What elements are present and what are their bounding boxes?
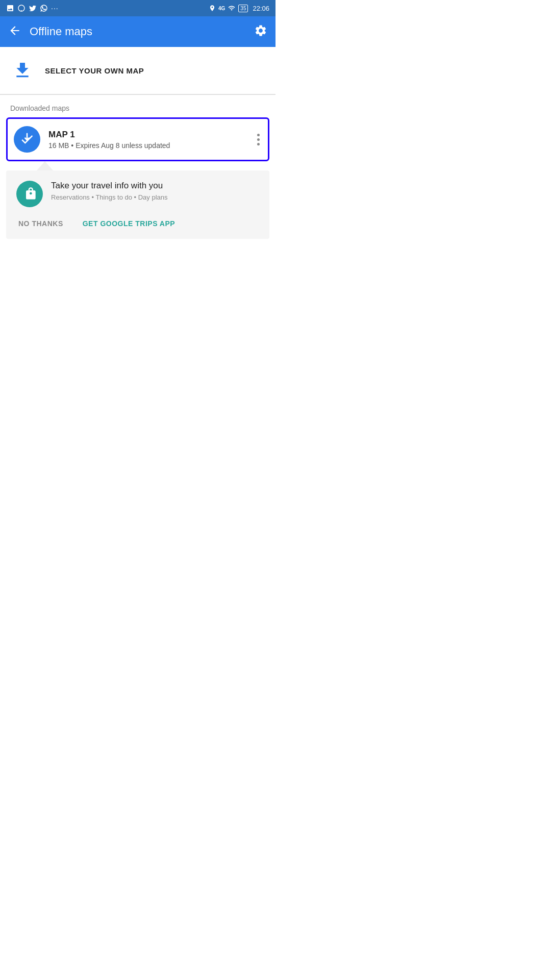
network-badge: 4G <box>218 6 225 11</box>
back-button[interactable] <box>8 24 21 39</box>
messenger-icon <box>17 4 26 12</box>
select-map-label: SELECT YOUR OWN MAP <box>45 66 144 75</box>
dot2 <box>257 138 260 141</box>
downloaded-maps-section-label: Downloaded maps <box>0 95 276 117</box>
dot1 <box>257 134 260 136</box>
dots-icon: ··· <box>51 4 59 12</box>
tooltip-actions: NO THANKS GET GOOGLE TRIPS APP <box>16 216 259 231</box>
no-thanks-button[interactable]: NO THANKS <box>16 216 65 231</box>
tooltip-top: Take your travel info with you Reservati… <box>16 181 259 207</box>
time-display: 22:06 <box>253 5 269 12</box>
download-map-icon <box>10 58 35 83</box>
trips-icon <box>16 181 43 207</box>
main-content: SELECT YOUR OWN MAP Downloaded maps MAP … <box>0 47 276 239</box>
map-item[interactable]: MAP 1 16 MB • Expires Aug 8 unless updat… <box>6 117 269 161</box>
photo-icon <box>6 4 14 12</box>
map-item-icon <box>14 126 40 153</box>
whatsapp-icon <box>40 4 48 12</box>
twitter-icon <box>29 4 37 12</box>
app-bar: Offline maps <box>0 16 276 47</box>
map-item-info: MAP 1 16 MB • Expires Aug 8 unless updat… <box>48 130 251 150</box>
status-right-icons: 4G 35 22:06 <box>209 5 269 12</box>
tooltip-card: Take your travel info with you Reservati… <box>6 170 269 239</box>
status-bar: ··· 4G 35 22:06 <box>0 0 276 16</box>
map-item-wrapper: MAP 1 16 MB • Expires Aug 8 unless updat… <box>0 117 276 161</box>
tooltip-container: Take your travel info with you Reservati… <box>6 161 269 239</box>
tooltip-text: Take your travel info with you Reservati… <box>51 181 168 201</box>
settings-button[interactable] <box>254 24 267 39</box>
signal-icon <box>228 5 236 12</box>
select-own-map-button[interactable]: SELECT YOUR OWN MAP <box>0 47 276 94</box>
map-item-more-button[interactable] <box>255 132 262 148</box>
battery-icon: 35 <box>238 5 248 12</box>
get-google-trips-button[interactable]: GET GOOGLE TRIPS APP <box>81 216 177 231</box>
dot3 <box>257 143 260 145</box>
map-item-name: MAP 1 <box>48 130 251 140</box>
tooltip-arrow <box>37 161 53 170</box>
location-icon <box>209 5 216 12</box>
map-item-details: 16 MB • Expires Aug 8 unless updated <box>48 141 251 150</box>
tooltip-subtitle: Reservations • Things to do • Day plans <box>51 193 168 201</box>
tooltip-title: Take your travel info with you <box>51 181 168 191</box>
page-title: Offline maps <box>30 25 254 38</box>
status-left-icons: ··· <box>6 4 59 12</box>
